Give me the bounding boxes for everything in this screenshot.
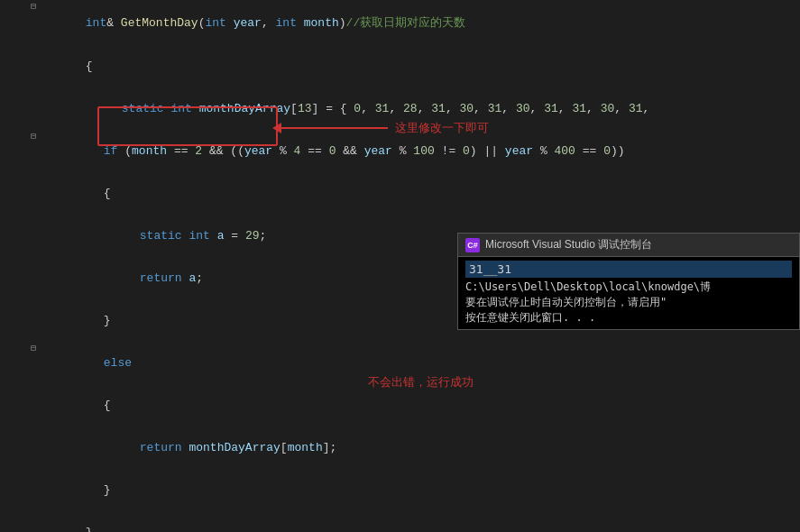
debug-output-line3: 要在调试停止时自动关闭控制台，请启用" [465, 295, 792, 310]
code-line-9: ⊟ else [0, 342, 800, 384]
code-line-13: } [0, 511, 800, 532]
code-line-11: return monthDayArray[month]; [0, 427, 800, 469]
debug-output-line2: C:\Users\Dell\Desktop\local\knowdge\博 [465, 280, 792, 295]
code-line-2: { [0, 45, 800, 87]
code-content-9: else [40, 343, 800, 383]
code-line-3: static int monthDayArray[13] = { 0, 31, … [0, 87, 800, 130]
code-content-12: } [40, 470, 800, 510]
vs-icon: C# [465, 238, 480, 252]
kw-int: int [86, 16, 106, 30]
code-content-3: static int monthDayArray[13] = { 0, 31, … [40, 88, 800, 129]
debug-console-title: Microsoft Visual Studio 调试控制台 [485, 237, 652, 252]
debug-output-line1: 31__31 [465, 261, 792, 278]
debug-output-area: 31__31 C:\Users\Dell\Desktop\local\knowd… [458, 257, 799, 329]
collapse-4[interactable]: ⊟ [27, 131, 40, 142]
collapse-1[interactable]: ⊟ [27, 1, 40, 12]
debug-console-window[interactable]: C# Microsoft Visual Studio 调试控制台 31__31 … [457, 233, 800, 330]
code-content-11: return monthDayArray[month]; [40, 427, 800, 468]
debug-console-titlebar: C# Microsoft Visual Studio 调试控制台 [458, 234, 799, 257]
code-line-12: } [0, 469, 800, 511]
code-editor: ⊟ int& GetMonthDay(int year, int month)/… [0, 0, 800, 532]
code-content-13: } [40, 512, 800, 532]
code-line-4: ⊟ if (month == 2 && ((year % 4 == 0 && y… [0, 130, 800, 172]
code-line-5: { [0, 172, 800, 215]
code-content-5: { [40, 173, 800, 214]
code-content-1: int& GetMonthDay(int year, int month)//获… [40, 1, 800, 44]
collapse-9[interactable]: ⊟ [27, 343, 40, 353]
fn-getmonthday: GetMonthDay [121, 16, 198, 30]
code-content-10: { [40, 385, 800, 426]
code-line-1: ⊟ int& GetMonthDay(int year, int month)/… [0, 0, 800, 45]
code-content-4: if (month == 2 && ((year % 4 == 0 && yea… [40, 131, 800, 171]
debug-output-line4: 按任意键关闭此窗口. . . [465, 310, 792, 326]
code-line-10: { [0, 384, 800, 427]
code-content-2: { [40, 46, 800, 87]
